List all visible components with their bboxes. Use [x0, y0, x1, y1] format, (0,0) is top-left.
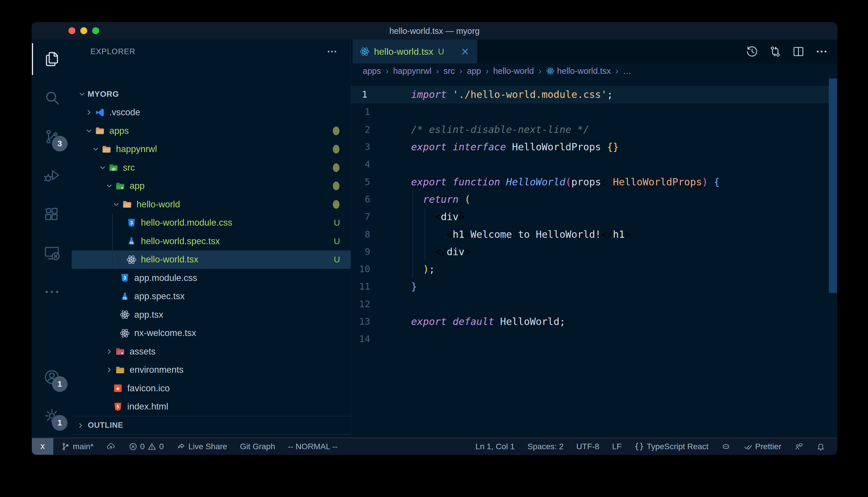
- status-eol[interactable]: LF: [612, 442, 622, 451]
- status-live-share[interactable]: Live Share: [177, 442, 227, 451]
- breadcrumb-app[interactable]: app: [467, 66, 481, 76]
- scrollbar-thumb[interactable]: [829, 79, 837, 293]
- test-icon: TS: [120, 291, 130, 302]
- status-language-mode[interactable]: {}TypeScript React: [634, 442, 708, 451]
- breadcrumb-hello-world-tsx[interactable]: hello-world.tsx: [546, 66, 610, 76]
- status-vim-mode[interactable]: -- NORMAL --: [288, 442, 338, 451]
- remote-icon: [43, 244, 61, 262]
- status-cursor-position[interactable]: Ln 1, Col 1: [476, 442, 514, 451]
- tree-item-index-html[interactable]: 5index.html: [72, 398, 350, 416]
- explorer-more-actions-button[interactable]: [326, 40, 338, 63]
- breadcrumb-more[interactable]: …: [623, 66, 631, 76]
- status-notifications[interactable]: [816, 442, 825, 451]
- tree-item-nx-welcome-tsx[interactable]: nx-welcome.tsx: [72, 324, 350, 343]
- status-copilot[interactable]: [721, 442, 731, 451]
- tree-item-hello-world[interactable]: hello-world: [72, 195, 350, 214]
- status-problems[interactable]: 00: [128, 442, 164, 451]
- breadcrumb-happynrwl[interactable]: happynrwl: [393, 66, 431, 76]
- code-line: 12: [351, 295, 837, 313]
- status-remote-indicator[interactable]: [32, 438, 53, 455]
- breadcrumb-src[interactable]: src: [444, 66, 455, 76]
- vscode-window: hello-world.tsx — myorg 311 EXPLORER MYO…: [32, 22, 837, 455]
- breadcrumb-label: app: [467, 66, 481, 76]
- tree-item-environments[interactable]: environments: [72, 361, 350, 380]
- tab-hello-world-tsx[interactable]: hello-world.tsx U: [353, 40, 477, 63]
- tree-item-src[interactable]: src: [72, 158, 350, 177]
- html5-icon: 5: [112, 401, 123, 412]
- tree-item-hello-world-spec-tsx[interactable]: TShello-world.spec.tsxU: [72, 232, 350, 251]
- chev-down-icon: [91, 145, 100, 154]
- close-tab-button[interactable]: [460, 46, 470, 57]
- copilot-icon: [721, 442, 731, 451]
- status-git-branch[interactable]: main*: [61, 442, 94, 451]
- tree-item-assets[interactable]: assets: [72, 342, 350, 361]
- tree-item-apps[interactable]: apps: [72, 122, 350, 140]
- tree-item-favicon-ico[interactable]: ★favicon.ico: [72, 379, 350, 398]
- code-line: 6 return (: [351, 190, 837, 208]
- line-number: 8: [351, 229, 370, 240]
- svg-text:3: 3: [130, 220, 133, 225]
- status-publish-changes[interactable]: [106, 442, 116, 451]
- chev-down-icon: [98, 164, 107, 172]
- status-feedback[interactable]: [794, 442, 803, 451]
- file-tree: MYORG.vscodeappshappynrwlsrcapphello-wor…: [72, 85, 350, 416]
- cloud-up-icon: [106, 442, 116, 451]
- breadcrumb-hello-world[interactable]: hello-world: [493, 66, 534, 76]
- tree-item-happynrwl[interactable]: happynrwl: [72, 140, 350, 159]
- status-indentation[interactable]: Spaces: 2: [527, 442, 564, 451]
- more-actions-button[interactable]: [815, 45, 828, 58]
- panel-outline[interactable]: OUTLINE: [72, 416, 350, 435]
- star-icon: ★: [112, 383, 123, 394]
- workbench: 311 EXPLORER MYORG.vscodeappshappynrwlsr…: [32, 40, 837, 438]
- status-git-graph[interactable]: Git Graph: [240, 442, 275, 451]
- tree-item-label: index.html: [127, 401, 168, 412]
- code-editor[interactable]: 1import './hello-world.module.css';12/* …: [351, 79, 837, 438]
- open-timeline-button[interactable]: [745, 45, 759, 58]
- tree-item-myorg[interactable]: MYORG: [72, 85, 350, 103]
- activity-more[interactable]: [32, 272, 72, 311]
- tree-item-app-spec-tsx[interactable]: TSapp.spec.tsx: [72, 287, 350, 306]
- tree-item-label: app.tsx: [134, 310, 163, 320]
- share-icon: [177, 442, 186, 451]
- open-changes-button[interactable]: [769, 45, 782, 58]
- tree-item-label: hello-world: [137, 199, 180, 210]
- breadcrumb-apps[interactable]: apps: [363, 66, 381, 76]
- tree-item-label: app.module.css: [134, 273, 197, 283]
- tree-item-hello-world-module-css[interactable]: 3hello-world.module.cssU: [72, 214, 350, 232]
- code-line: 13export default HelloWorld;: [351, 313, 837, 330]
- activity-remote-explorer[interactable]: [32, 234, 72, 272]
- chev-right-icon: [85, 108, 93, 117]
- titlebar[interactable]: hello-world.tsx — myorg: [32, 22, 837, 40]
- activity-accounts[interactable]: 1: [32, 358, 72, 397]
- chev-down-icon: [105, 182, 114, 190]
- chev-down-icon: [78, 90, 86, 98]
- split-editor-button[interactable]: [792, 45, 805, 58]
- activity-source-control[interactable]: 3: [32, 117, 72, 156]
- tree-item-vscode[interactable]: .vscode: [72, 103, 350, 122]
- tree-item-app[interactable]: app: [72, 177, 350, 196]
- tree-item-label: .vscode: [109, 107, 140, 117]
- tree-item-hello-world-tsx[interactable]: hello-world.tsxU: [72, 251, 350, 269]
- activity-extensions[interactable]: [32, 195, 72, 234]
- editor-actions: [745, 40, 828, 63]
- git-untracked-badge: U: [334, 218, 340, 228]
- status-bar: main*00Live ShareGit Graph-- NORMAL --Ln…: [32, 438, 837, 455]
- tree-item-app-tsx[interactable]: app.tsx: [72, 306, 350, 324]
- activity-settings[interactable]: 1: [32, 397, 72, 435]
- breadcrumb-label: …: [623, 66, 631, 76]
- status-label: Git Graph: [240, 442, 275, 451]
- activity-run-debug[interactable]: [32, 156, 72, 195]
- activity-search[interactable]: [32, 79, 72, 117]
- activity-explorer[interactable]: [32, 40, 72, 79]
- react-icon: [120, 309, 130, 320]
- extensions-icon: [43, 205, 61, 223]
- status-encoding[interactable]: UTF-8: [576, 442, 599, 451]
- status-prettier[interactable]: Prettier: [743, 442, 781, 451]
- tree-item-app-module-css[interactable]: 3app.module.css: [72, 269, 350, 287]
- window-title: hello-world.tsx — myorg: [32, 22, 837, 40]
- status-label: Ln 1, Col 1: [476, 442, 514, 451]
- panel-label: OUTLINE: [88, 421, 123, 430]
- git-change-dot: [333, 182, 340, 190]
- tree-item-label: favicon.ico: [127, 383, 169, 394]
- tree-item-label: hello-world.tsx: [141, 254, 198, 265]
